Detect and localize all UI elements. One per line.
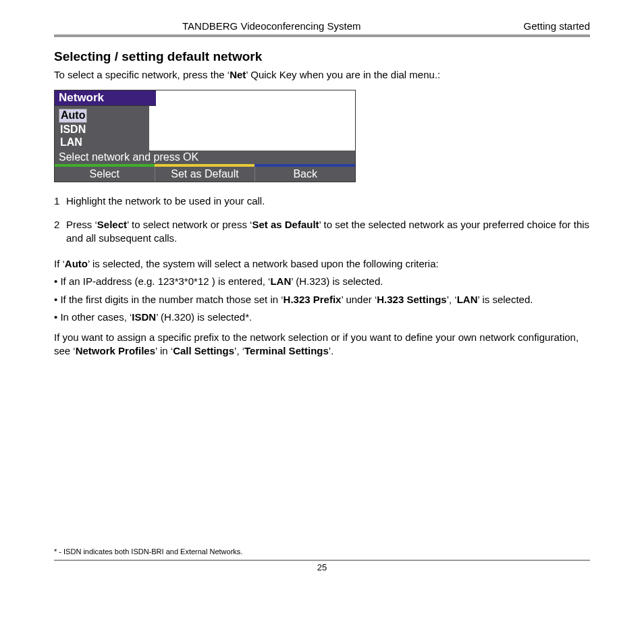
panel-title: Network — [55, 90, 156, 106]
network-option-lan[interactable]: LAN — [59, 136, 145, 149]
panel-hint: Select network and press OK — [55, 151, 355, 164]
doc-section: Getting started — [524, 20, 590, 32]
network-option-isdn[interactable]: ISDN — [59, 124, 145, 136]
network-option-auto[interactable]: Auto — [59, 109, 87, 122]
page-number: 25 — [54, 562, 590, 572]
auto-bullet-2: • If the first digits in the number matc… — [54, 293, 590, 306]
network-panel: Network Auto ISDN LAN Select network and… — [54, 90, 356, 182]
set-default-button[interactable]: Set as Default — [155, 167, 255, 182]
footnote: * - ISDN indicates both ISDN-BRI and Ext… — [54, 547, 590, 556]
auto-bullet-3: • In other cases, ‘ISDN’ (H.320) is sele… — [54, 311, 590, 324]
intro-text: To select a specific network, press the … — [54, 68, 590, 82]
step-2: 2 Press ‘Select’ to select network or pr… — [54, 218, 590, 246]
back-button[interactable]: Back — [254, 167, 355, 182]
section-heading: Selecting / setting default network — [54, 49, 590, 64]
doc-title: TANDBERG Videoconferencing System — [182, 20, 361, 32]
auto-bullet-1: • If an IP-address (e.g. 123*3*0*12 ) is… — [54, 275, 590, 288]
network-list: Auto ISDN LAN — [55, 106, 149, 151]
header-rule — [54, 34, 590, 37]
step-1: 1 Highlight the network to be used in yo… — [54, 194, 590, 208]
tail-paragraph: If you want to assign a specific prefix … — [54, 331, 590, 358]
auto-lead: If ‘Auto’ is selected, the system will s… — [54, 257, 590, 271]
footer-rule — [54, 560, 590, 561]
select-button[interactable]: Select — [55, 167, 155, 182]
